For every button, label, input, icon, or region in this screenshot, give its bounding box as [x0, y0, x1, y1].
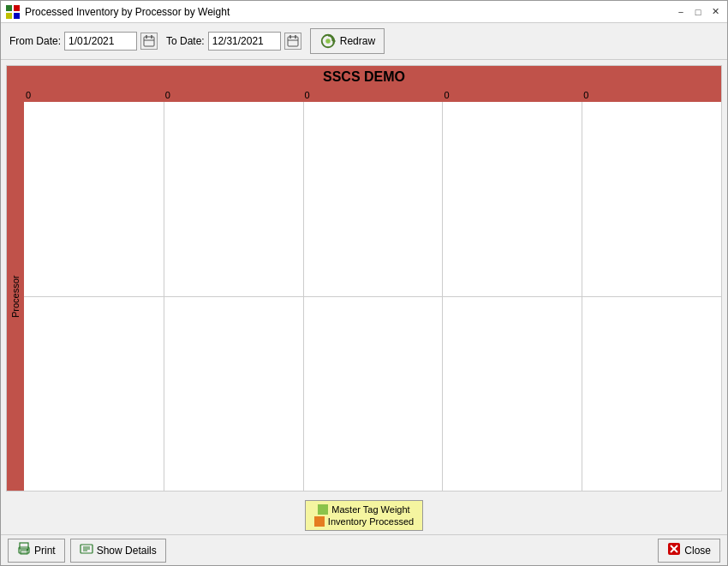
redraw-label: Redraw [340, 35, 375, 47]
title-bar: Processed Inventory by Processor by Weig… [1, 1, 727, 23]
show-details-icon [80, 542, 93, 558]
close-window-button[interactable]: ✕ [708, 5, 722, 19]
scale-1: 0 [164, 90, 303, 100]
minimize-button[interactable]: − [674, 5, 688, 19]
chart-title: SSCS DEMO [7, 66, 721, 88]
svg-rect-8 [288, 37, 298, 46]
to-date-group: To Date: [166, 32, 301, 51]
print-label: Print [34, 545, 56, 557]
from-date-input[interactable] [64, 32, 137, 51]
print-button[interactable]: Print [8, 539, 65, 563]
y-axis-label: Processor [7, 102, 24, 491]
to-date-calendar-button[interactable] [284, 33, 301, 50]
scale-2: 0 [303, 90, 443, 100]
svg-rect-0 [6, 5, 12, 11]
svg-rect-1 [14, 5, 20, 11]
close-icon [667, 542, 681, 558]
chart-plot [24, 102, 721, 491]
from-date-label: From Date: [9, 35, 61, 47]
redraw-button[interactable]: Redraw [310, 28, 385, 54]
svg-rect-3 [14, 13, 20, 19]
main-window: Processed Inventory by Processor by Weig… [0, 0, 728, 566]
footer-left: Print Show Details [8, 539, 166, 563]
to-date-input[interactable] [208, 32, 281, 51]
legend-color-master [318, 504, 328, 515]
chart-area: SSCS DEMO 0 0 0 0 0 Processor [6, 65, 722, 492]
from-date-group: From Date: [9, 32, 158, 51]
footer: Print Show Details [1, 534, 727, 565]
title-bar-left: Processed Inventory by Processor by Weig… [6, 5, 230, 19]
app-icon [6, 5, 20, 19]
svg-point-14 [325, 39, 330, 43]
legend-box: Master Tag Weight Inventory Processed [305, 500, 423, 531]
to-date-label: To Date: [166, 35, 205, 47]
show-details-label: Show Details [97, 545, 157, 557]
print-icon [17, 542, 31, 558]
toolbar: From Date: To Date: [1, 23, 727, 60]
svg-rect-4 [144, 37, 154, 46]
legend-item-inventory: Inventory Processed [314, 516, 414, 527]
from-date-calendar-button[interactable] [140, 33, 158, 50]
scale-4: 0 [582, 90, 721, 100]
show-details-button[interactable]: Show Details [70, 539, 166, 563]
close-label: Close [684, 545, 711, 557]
svg-rect-2 [6, 13, 12, 19]
svg-rect-15 [20, 543, 28, 549]
close-button[interactable]: Close [658, 539, 720, 563]
svg-rect-18 [27, 549, 28, 551]
legend-item-master: Master Tag Weight [318, 504, 409, 515]
restore-button[interactable]: □ [691, 5, 705, 19]
legend-label-inventory: Inventory Processed [328, 516, 414, 527]
scale-3: 0 [442, 90, 582, 100]
scale-0: 0 [24, 90, 164, 100]
window-title: Processed Inventory by Processor by Weig… [25, 6, 230, 18]
legend-label-master: Master Tag Weight [331, 504, 409, 515]
chart-scale-row: 0 0 0 0 0 [7, 88, 721, 102]
h-divider-1 [24, 296, 721, 297]
chart-body: Processor [7, 102, 721, 491]
window-controls: − □ ✕ [674, 5, 722, 19]
legend-area: Master Tag Weight Inventory Processed [6, 497, 722, 534]
legend-color-inventory [314, 516, 325, 527]
